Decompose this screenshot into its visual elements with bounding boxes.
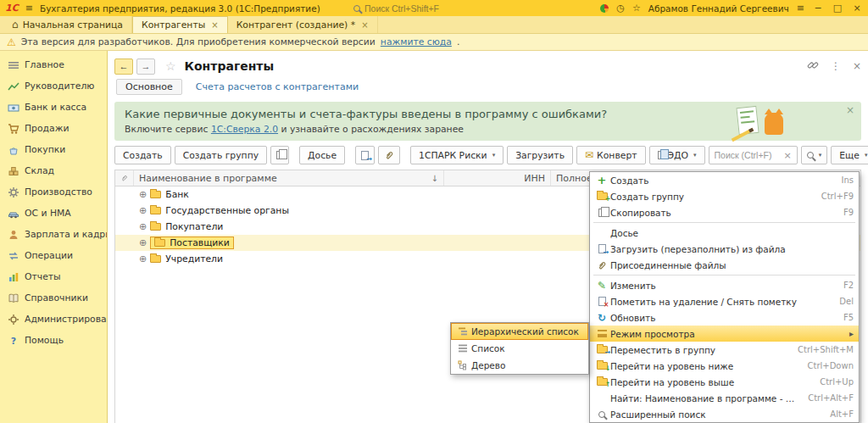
menu-item-level-down[interactable]: ↓ Перейти на уровень ниже Ctrl+Down — [590, 358, 859, 374]
menu-item-attached-files[interactable]: Присоединенные файлы — [590, 257, 859, 273]
more-button[interactable]: Еще▾ — [831, 146, 868, 164]
sidebar-item-payroll-hr[interactable]: Зарплата и кадры — [0, 224, 107, 245]
clear-search-icon[interactable]: × — [782, 150, 793, 161]
sverka-link[interactable]: 1С:Сверка 2.0 — [211, 124, 278, 135]
settings-menu-icon[interactable]: ≡ — [797, 3, 804, 13]
folder-icon — [150, 207, 161, 214]
hamburger-menu-icon[interactable]: ≡ — [25, 3, 33, 13]
sidebar-item-administration[interactable]: Администрирование — [0, 309, 107, 330]
menu-item-advanced-search[interactable]: Расширенный поиск Alt+F — [590, 406, 859, 422]
more-actions-kebab-icon[interactable]: ⋮ — [831, 60, 841, 72]
paperclip-icon — [384, 150, 394, 160]
envelope-button[interactable]: ✉Конверт — [576, 146, 646, 164]
menu-item-edit[interactable]: ✎ Изменить F2 — [590, 277, 859, 293]
arrows-exchange-icon — [8, 250, 19, 262]
menu-item-level-up[interactable]: ↑ Перейти на уровень выше Ctrl+Up — [590, 374, 859, 390]
menu-item-mark-deletion[interactable]: × Пометить на удаление / Снять пометку D… — [590, 293, 859, 309]
boxes-icon — [8, 165, 19, 177]
admin-gear-icon — [8, 314, 19, 326]
menu-item-view-mode[interactable]: Режим просмотра ▸ — [590, 326, 859, 342]
current-user[interactable]: Абрамов Геннадий Сергеевич — [648, 3, 789, 14]
home-icon: ⌂ — [12, 19, 19, 31]
tab-close-icon[interactable]: × — [211, 20, 218, 30]
row-name: Поставщики — [170, 237, 230, 248]
attachments-column-header[interactable] — [115, 170, 134, 186]
history-icon[interactable]: ◷ — [616, 3, 625, 13]
menu-item-create[interactable]: + Создать Ins — [590, 172, 859, 188]
submenu-item-tree[interactable]: Дерево — [451, 357, 588, 374]
book-icon — [8, 292, 19, 304]
menu-item-create-group[interactable]: + Создать группу Ctrl+F9 — [590, 188, 859, 204]
edo-icon — [658, 151, 665, 159]
expand-icon[interactable]: ⊕ — [139, 253, 147, 264]
view-mode-icon — [598, 330, 607, 337]
list-search-input[interactable] — [715, 150, 782, 160]
sidebar-item-sales[interactable]: Продажи — [0, 118, 107, 139]
tab-settlement-accounts[interactable]: Счета расчетов с контрагентами — [196, 81, 359, 92]
create-button[interactable]: Создать — [114, 146, 171, 164]
chart-line-icon — [8, 81, 19, 92]
minimize-button[interactable]: − — [812, 3, 824, 14]
dossier-button[interactable]: Досье — [299, 146, 345, 164]
sidebar-item-bank-cash[interactable]: Банк и касса — [0, 97, 107, 118]
folder-icon — [150, 191, 161, 198]
sidebar-item-fixed-assets[interactable]: ОС и НМА — [0, 203, 107, 224]
forward-button[interactable]: → — [136, 58, 155, 75]
load-button[interactable]: Загрузить — [507, 146, 573, 164]
tab-close-icon[interactable]: × — [361, 20, 368, 30]
name-column-header[interactable]: Наименование в программе ↓ — [134, 170, 444, 186]
menu-item-refresh[interactable]: ↻ Обновить F5 — [590, 309, 859, 326]
search-options-button[interactable]: ▾ — [801, 146, 828, 164]
sidebar-item-production[interactable]: Производство — [0, 181, 107, 203]
sidebar-item-reports[interactable]: Отчеты — [0, 266, 107, 287]
maximize-button[interactable]: □ — [832, 3, 843, 14]
sidebar-item-help[interactable]: ? Помощь — [0, 330, 107, 351]
favorites-icon[interactable]: ☆ — [632, 3, 641, 13]
close-button[interactable]: × — [851, 3, 863, 14]
service-status-icon[interactable] — [600, 4, 609, 13]
expand-icon[interactable]: ⊕ — [139, 221, 147, 232]
tab-main-section[interactable]: Основное — [116, 79, 182, 95]
tab-kontragenty[interactable]: Контрагенты × — [132, 16, 228, 33]
tab-kontragent-create[interactable]: Контрагент (создание) * × — [228, 16, 378, 33]
expand-icon[interactable]: ⊕ — [139, 237, 147, 248]
inn-column-header[interactable]: ИНН — [444, 170, 551, 186]
sidebar-item-directories[interactable]: Справочники — [0, 287, 107, 309]
attached-files-button[interactable] — [378, 146, 400, 164]
edo-button[interactable]: ЭДО▾ — [649, 146, 705, 164]
menu-item-copy[interactable]: Скопировать F9 — [590, 204, 859, 220]
sidebar-item-manager[interactable]: Руководителю — [0, 75, 107, 97]
menu-item-find[interactable]: Найти: Наименование в программе - Постав… — [590, 390, 859, 406]
favorite-star-icon[interactable]: ☆ — [165, 59, 176, 73]
sidebar-item-warehouse[interactable]: Склад — [0, 160, 107, 181]
submenu-item-list[interactable]: Список — [451, 340, 588, 357]
car-icon — [8, 208, 19, 220]
menu-item-load-from-file[interactable]: → Загрузить (перезаполнить) из файла — [590, 241, 859, 257]
global-search-input[interactable] — [364, 3, 500, 14]
submenu-item-hierarchical-list[interactable]: Иерархический список — [451, 323, 588, 340]
close-form-icon[interactable]: × — [853, 60, 861, 72]
more-menu: + Создать Ins + Создать группу Ctrl+F9 С… — [589, 171, 860, 423]
folder-icon — [150, 255, 161, 263]
expand-icon[interactable]: ⊕ — [139, 189, 147, 200]
spark-risks-button[interactable]: 1СПАРК Риски▾ — [410, 146, 504, 164]
sidebar-item-main[interactable]: Главное — [0, 54, 107, 75]
form-nav: Основное Счета расчетов с контрагентами — [108, 76, 868, 97]
search-icon — [807, 152, 814, 159]
page-title: Контрагенты — [185, 59, 275, 73]
copy-button[interactable] — [270, 146, 289, 164]
buy-commercial-link[interactable]: нажмите сюда — [381, 36, 452, 47]
sidebar-item-operations[interactable]: Операции — [0, 245, 107, 266]
promo-close-icon[interactable]: × — [846, 104, 854, 116]
menu-separator — [593, 275, 855, 276]
menu-item-move-to-group[interactable]: → Переместить в группу Ctrl+Shift+M — [590, 342, 859, 358]
create-group-button[interactable]: Создать группу — [175, 146, 267, 164]
global-search[interactable] — [353, 3, 515, 14]
expand-icon[interactable]: ⊕ — [139, 205, 147, 216]
back-button[interactable]: ← — [114, 58, 133, 75]
link-icon[interactable] — [807, 59, 819, 74]
load-from-file-button[interactable]: → — [355, 146, 375, 164]
tab-home[interactable]: ⌂ Начальная страница — [3, 16, 132, 33]
sidebar-item-purchases[interactable]: Покупки — [0, 139, 107, 160]
menu-item-dossier[interactable]: Досье — [590, 225, 859, 241]
